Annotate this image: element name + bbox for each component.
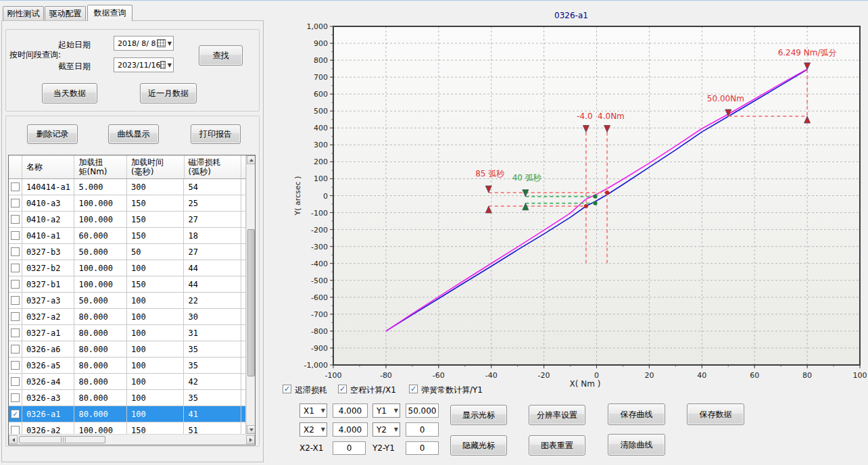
table-cell: 42 [184, 374, 241, 389]
row-checkbox-cell[interactable] [9, 341, 22, 357]
dx-value-field[interactable] [333, 441, 366, 455]
row-checkbox-cell[interactable] [9, 358, 22, 373]
y1-select[interactable]: Y1▼ [372, 403, 400, 418]
table-row[interactable]: 0326-a380.00010035 [9, 390, 246, 406]
table-row[interactable]: 0326-a480.00010042 [9, 374, 246, 390]
calc-checkbox[interactable]: ✓ [283, 385, 291, 393]
hide-cursor-button[interactable]: 隐藏光标 [450, 435, 507, 456]
scroll-right-button[interactable] [246, 435, 255, 444]
calc-checkbox[interactable]: ✓ [338, 385, 347, 393]
vertical-scrollbar[interactable] [246, 155, 255, 434]
row-checkbox-cell[interactable] [9, 325, 22, 341]
table-cell: 0327-b2 [22, 260, 75, 276]
table-header-cell: 磁滞损耗(弧秒) [185, 155, 242, 178]
row-checkbox-cell[interactable] [9, 276, 22, 292]
table-row[interactable]: 0327-a280.00010030 [9, 309, 246, 325]
row-checkbox[interactable] [11, 393, 20, 402]
row-checkbox-cell[interactable] [9, 260, 22, 276]
row-checkbox-cell[interactable] [9, 212, 22, 227]
row-checkbox[interactable] [11, 345, 20, 353]
find-button[interactable]: 查找 [199, 45, 243, 66]
tab-data-query[interactable]: 数据查询 [87, 5, 132, 21]
y2-value-field[interactable] [406, 422, 439, 437]
table-row[interactable]: 0327-b350.0005027 [9, 244, 246, 260]
table-row[interactable]: 0327-a350.00010022 [9, 293, 246, 309]
resolution-settings-button[interactable]: 分辨率设置 [529, 405, 585, 425]
row-checkbox[interactable] [11, 328, 20, 337]
save-data-button[interactable]: 保存数据 [687, 403, 744, 425]
row-checkbox-cell[interactable] [9, 390, 22, 406]
scroll-left-button[interactable] [9, 435, 18, 444]
table-row[interactable]: 0326-a580.00010035 [9, 358, 246, 374]
row-checkbox[interactable] [11, 247, 20, 256]
annotation-label: 40 弧秒 [512, 173, 541, 182]
y1-value-field[interactable] [406, 403, 439, 418]
table-row[interactable]: 0410-a3100.00015025 [9, 195, 246, 212]
table-row[interactable]: 140414-a15.00030054 [9, 179, 246, 195]
table-row[interactable]: 0410-a2100.00015027 [9, 212, 246, 228]
tab-drive-config[interactable]: 驱动配置 [45, 6, 86, 20]
x1-value-field[interactable] [333, 403, 368, 418]
tab-rigidity-test[interactable]: 刚性测试 [3, 6, 44, 20]
start-date-label: 起始日期 [58, 39, 91, 51]
row-checkbox[interactable] [11, 377, 20, 386]
dy-value-field[interactable] [406, 441, 439, 455]
delete-record-button[interactable]: 删除记录 [27, 124, 78, 144]
chevron-down-icon[interactable]: ▼ [168, 62, 172, 68]
end-date-field[interactable]: 2023/11/16 ▼ [114, 57, 174, 72]
row-checkbox[interactable] [11, 280, 20, 289]
row-checkbox[interactable] [11, 264, 20, 272]
vertical-scroll-thumb[interactable] [247, 229, 255, 376]
table-row[interactable]: 0327-a180.00010031 [9, 325, 246, 341]
row-checkbox-cell[interactable] [9, 374, 22, 389]
y-tick-label: 900 [314, 39, 328, 48]
calendar-icon[interactable] [160, 61, 165, 69]
table-row[interactable]: 0410-a160.00015018 [9, 228, 246, 244]
row-checkbox[interactable]: ✓ [11, 410, 20, 418]
table-cell: 0326-a5 [22, 358, 75, 373]
row-checkbox[interactable] [11, 182, 20, 191]
row-checkbox-cell[interactable] [9, 293, 22, 308]
clear-curve-button[interactable]: 清除曲线 [608, 434, 665, 456]
row-checkbox-cell[interactable] [9, 228, 22, 243]
month-data-button[interactable]: 近一月数据 [140, 83, 197, 103]
scroll-up-button[interactable] [247, 155, 255, 164]
row-checkbox[interactable] [11, 231, 20, 240]
show-cursor-button[interactable]: 显示光标 [450, 405, 507, 425]
row-checkbox-cell[interactable] [9, 309, 22, 324]
row-checkbox[interactable] [11, 199, 20, 207]
row-checkbox[interactable] [11, 361, 20, 370]
start-date-field[interactable]: 2018/ 8/ 8 ▼ [114, 36, 174, 51]
row-checkbox-cell[interactable] [9, 179, 22, 195]
print-report-button[interactable]: 打印报告 [191, 124, 241, 144]
calc-checkbox[interactable]: ✓ [409, 385, 418, 393]
table-row[interactable]: ✓0326-a180.00010041 [9, 406, 246, 422]
table-row[interactable]: 0326-a2100.00015051 [9, 422, 246, 434]
table-row[interactable]: 0327-b2100.00010044 [9, 260, 246, 276]
x-tick-label: -60 [433, 371, 445, 380]
row-checkbox[interactable] [11, 426, 20, 434]
x2-select[interactable]: X2▼ [299, 422, 327, 437]
x1-select[interactable]: X1▼ [299, 403, 327, 418]
curve-display-button[interactable]: 曲线显示 [108, 124, 159, 144]
chart-reset-button[interactable]: 图表重置 [529, 435, 585, 456]
today-data-button[interactable]: 当天数据 [42, 83, 97, 103]
row-checkbox-cell[interactable] [9, 244, 22, 260]
save-curve-button[interactable]: 保存曲线 [608, 403, 665, 425]
scroll-down-button[interactable] [247, 425, 255, 434]
row-checkbox[interactable] [11, 312, 20, 321]
row-checkbox-cell[interactable] [9, 195, 22, 211]
y-tick-label: 200 [314, 157, 328, 166]
row-checkbox-cell[interactable]: ✓ [9, 406, 22, 422]
x2-value-field[interactable] [333, 422, 368, 437]
y2-select[interactable]: Y2▼ [372, 422, 400, 437]
chevron-down-icon[interactable]: ▼ [168, 41, 172, 47]
calendar-icon[interactable] [157, 39, 166, 47]
row-checkbox[interactable] [11, 215, 20, 224]
row-checkbox[interactable] [11, 296, 20, 305]
table-row[interactable]: 0327-b1100.00015044 [9, 276, 246, 293]
horizontal-scrollbar[interactable] [9, 434, 255, 445]
row-checkbox-cell[interactable] [9, 422, 22, 434]
horizontal-scroll-thumb[interactable] [19, 436, 105, 443]
table-row[interactable]: 0326-a680.00010035 [9, 341, 246, 358]
